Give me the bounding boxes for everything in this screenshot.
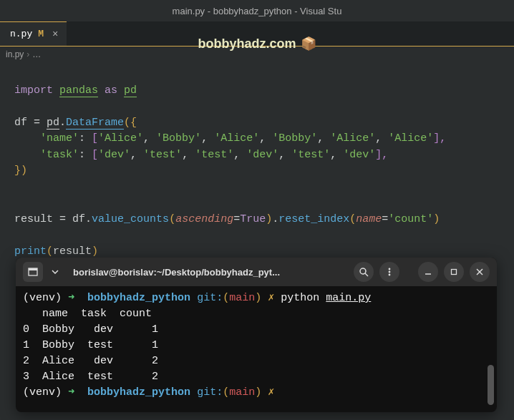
minimize-button[interactable] bbox=[418, 262, 438, 282]
module-pandas: pandas bbox=[59, 84, 98, 97]
minimize-icon bbox=[424, 268, 432, 276]
alias-pd: pd bbox=[124, 84, 137, 97]
svg-point-4 bbox=[389, 268, 391, 270]
watermark-text: bobbyhadz.com bbox=[198, 36, 296, 52]
output-header: name task count bbox=[23, 308, 152, 320]
breadcrumb-file: in.py bbox=[6, 49, 24, 59]
search-icon bbox=[359, 267, 369, 277]
maximize-button[interactable] bbox=[444, 262, 464, 282]
package-icon: 📦 bbox=[301, 36, 316, 52]
output-row: 3 Alice test 2 bbox=[23, 371, 158, 383]
code-editor[interactable]: import pandas as pd df = pd.DataFrame({ … bbox=[0, 62, 514, 267]
menu-button[interactable] bbox=[379, 262, 399, 282]
output-row: 0 Bobby dev 1 bbox=[23, 323, 158, 336]
maximize-icon bbox=[450, 268, 458, 276]
terminal-body[interactable]: (venv) ➜ bobbyhadz_python git:(main) ✗ p… bbox=[16, 286, 497, 405]
terminal-header: borislav@borislav:~/Desktop/bobbyhadz_py… bbox=[16, 258, 497, 286]
tab-modified-indicator: M bbox=[38, 29, 44, 39]
terminal-icon bbox=[28, 267, 38, 277]
tab-filename: n.py bbox=[10, 29, 32, 39]
svg-rect-8 bbox=[452, 270, 457, 275]
svg-line-3 bbox=[365, 273, 368, 276]
terminal-title: borislav@borislav:~/Desktop/bobbyhadz_py… bbox=[67, 267, 348, 278]
watermark-overlay: bobbyhadz.com 📦 bbox=[198, 36, 316, 52]
svg-point-6 bbox=[389, 274, 391, 276]
breadcrumb-more: … bbox=[32, 49, 41, 59]
close-icon bbox=[475, 268, 484, 276]
scrollbar-thumb[interactable] bbox=[488, 365, 494, 405]
chevron-down-icon bbox=[52, 270, 59, 274]
tab-main-py[interactable]: n.py M × bbox=[0, 21, 67, 46]
search-button[interactable] bbox=[354, 262, 374, 282]
svg-point-5 bbox=[389, 271, 391, 273]
svg-point-2 bbox=[360, 268, 366, 274]
close-icon[interactable]: × bbox=[49, 29, 61, 40]
window-titlebar: main.py - bobbyhadz_python - Visual Stu bbox=[0, 0, 514, 21]
new-tab-button[interactable] bbox=[23, 262, 43, 282]
kebab-icon bbox=[384, 267, 394, 277]
kw-import: import bbox=[14, 84, 53, 97]
output-row: 2 Alice dev 2 bbox=[23, 355, 158, 367]
output-row: 1 Bobby test 1 bbox=[23, 339, 158, 351]
close-button[interactable] bbox=[470, 262, 490, 282]
kw-as: as bbox=[105, 84, 117, 97]
terminal-window: borislav@borislav:~/Desktop/bobbyhadz_py… bbox=[16, 258, 497, 412]
chevron-right-icon: › bbox=[26, 49, 29, 59]
dropdown-button[interactable] bbox=[49, 262, 62, 282]
title-text: main.py - bobbyhadz_python - Visual Stu bbox=[173, 6, 342, 16]
svg-rect-1 bbox=[29, 268, 37, 270]
